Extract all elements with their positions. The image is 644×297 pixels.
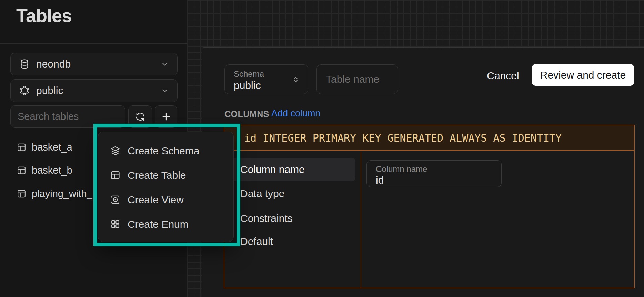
add-column-link[interactable]: Add column	[271, 108, 321, 119]
menu-item-create-schema[interactable]: Create Schema	[98, 139, 233, 163]
column-sql-row[interactable]: id INTEGER PRIMARY KEY GENERATED ALWAYS …	[224, 125, 634, 151]
columns-heading: COLUMNS	[224, 109, 269, 119]
column-editor-card: id INTEGER PRIMARY KEY GENERATED ALWAYS …	[224, 125, 635, 288]
menu-item-label: Create Table	[128, 170, 186, 181]
layers-icon	[110, 145, 121, 156]
column-sql-text: id INTEGER PRIMARY KEY GENERATED ALWAYS …	[244, 132, 562, 144]
schema-select-label: Schema	[234, 69, 264, 79]
schema-select[interactable]: Schema public	[224, 64, 308, 94]
column-editor-divider	[361, 152, 361, 288]
review-and-create-button[interactable]: Review and create	[532, 64, 634, 86]
table-icon	[16, 188, 27, 199]
column-tab-constraints[interactable]: Constraints	[232, 207, 355, 230]
schema-select-value: public	[234, 80, 261, 91]
database-select-value: neondb	[36, 58, 160, 70]
table-icon	[16, 142, 27, 153]
database-icon	[19, 59, 30, 70]
schema-icon	[19, 85, 30, 96]
menu-item-create-view[interactable]: Create View	[98, 187, 233, 212]
cancel-button[interactable]: Cancel	[484, 68, 522, 83]
enum-grid-icon	[110, 218, 121, 230]
database-select[interactable]: neondb	[10, 53, 178, 75]
plus-icon	[161, 111, 172, 122]
refresh-icon	[135, 111, 145, 122]
column-name-field-value: id	[376, 174, 384, 186]
menu-item-create-table[interactable]: Create Table	[98, 163, 233, 187]
table-name-label: basket_a	[32, 142, 72, 153]
column-tab-name[interactable]: Column name	[232, 158, 355, 181]
create-menu: Create Schema Create Table Create View	[98, 132, 234, 242]
column-name-field-label: Column name	[376, 164, 427, 174]
menu-item-label: Create Schema	[128, 145, 199, 157]
table-name-label: playing_with_	[32, 188, 92, 199]
chevron-down-icon	[160, 86, 170, 95]
menu-item-label: Create Enum	[128, 218, 189, 230]
table-name-label: basket_b	[32, 165, 72, 176]
column-tab-data-type[interactable]: Data type	[232, 182, 355, 205]
page-title: Tables	[16, 5, 72, 26]
search-tables-input[interactable]	[10, 105, 125, 128]
unfold-chevrons-icon	[291, 74, 301, 85]
table-editor-panel: Schema public Cancel Review and create C…	[202, 47, 644, 297]
sidebar-divider	[0, 43, 187, 44]
sidebar-schema-select[interactable]: public	[10, 79, 178, 102]
refresh-button[interactable]	[128, 105, 152, 128]
chevron-down-icon	[160, 59, 170, 69]
table-name-input[interactable]	[316, 64, 398, 94]
menu-item-create-enum[interactable]: Create Enum	[98, 212, 233, 236]
menu-item-label: Create View	[128, 194, 184, 206]
column-name-field[interactable]: Column name id	[366, 160, 502, 187]
table-icon	[16, 165, 27, 176]
create-object-button[interactable]	[155, 105, 177, 128]
view-icon	[110, 194, 121, 205]
app-window: Schema public Cancel Review and create C…	[0, 0, 644, 297]
table-icon	[110, 170, 121, 181]
column-tab-default[interactable]: Default	[232, 230, 355, 253]
sidebar-schema-select-value: public	[36, 85, 160, 96]
